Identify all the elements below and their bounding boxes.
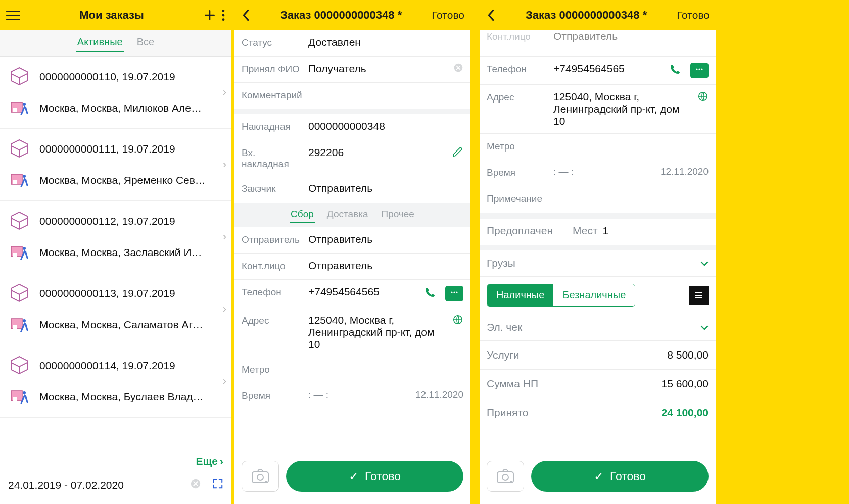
row-address: Адрес 125040, Москва г, Ленинградский пр… — [234, 308, 470, 357]
clear-icon[interactable] — [190, 478, 201, 492]
invoice-value: 0000000000348 — [308, 120, 463, 132]
overflow-icon[interactable] — [221, 9, 225, 22]
box-icon — [8, 210, 30, 232]
tabs-bar: Активные Все — [0, 30, 231, 57]
done-button[interactable]: ✓ Готово — [286, 461, 463, 492]
menu-icon[interactable] — [6, 11, 20, 20]
svg-point-37 — [502, 474, 508, 480]
order-address: Москва, Москва, Буслаев Владислав — [39, 391, 206, 403]
row-cargo[interactable]: Грузы — [480, 250, 716, 277]
order-number: 0000000000111, 19.07.2019 — [39, 143, 175, 155]
svg-rect-13 — [13, 325, 17, 329]
row-phone: Телефон +74954564565 — [480, 57, 716, 85]
phone-value[interactable]: +74954564565 — [308, 286, 419, 298]
globe-icon[interactable] — [697, 91, 709, 105]
time-date[interactable]: 12.11.2020 — [415, 389, 463, 400]
row-in-invoice: Вх. накладная 292206 — [234, 140, 470, 176]
header: Заказ 0000000000348 * Готово — [234, 0, 470, 30]
sms-icon[interactable] — [690, 63, 709, 78]
row-echeck[interactable]: Эл. чек — [480, 314, 716, 341]
row-metro: Метро — [234, 357, 470, 383]
edit-icon[interactable] — [452, 146, 463, 160]
back-icon[interactable] — [486, 9, 496, 21]
receipt-icon[interactable] — [689, 286, 709, 305]
order-item[interactable]: 0000000000111, 19.07.2019Москва, Москва,… — [0, 129, 231, 201]
prepaid-label[interactable]: Предоплачен — [487, 225, 568, 237]
order-address: Москва, Москва, Милюков Алексей — [39, 102, 206, 114]
more-link[interactable]: Еще › — [0, 450, 231, 472]
screen-order-detail-bottom: Заказ 0000000000348 * Готово Конт.лицо О… — [480, 0, 716, 504]
chevron-right-icon: › — [223, 230, 226, 243]
add-icon[interactable] — [203, 9, 216, 22]
box-icon — [8, 355, 30, 377]
places-label: Мест — [573, 225, 598, 237]
subtab-collect[interactable]: Сбор — [291, 209, 314, 223]
tab-active[interactable]: Активные — [77, 36, 123, 51]
row-customer: Закзчик Отправитель — [234, 176, 470, 203]
payment-cash[interactable]: Наличные — [487, 284, 553, 306]
svg-point-5 — [23, 103, 26, 106]
in-invoice-value[interactable]: 292206 — [308, 146, 447, 159]
screen-orders-list: Мои заказы Активные Все 0000000000110, 1… — [0, 0, 231, 504]
address-value[interactable]: 125040, Москва г, Ленинградский пр-кт, д… — [553, 91, 692, 127]
camera-button[interactable] — [242, 461, 279, 492]
svg-point-0 — [222, 10, 225, 12]
phone-label: Телефон — [242, 286, 303, 298]
svg-point-14 — [23, 319, 26, 322]
chevron-right-icon: › — [223, 86, 226, 99]
back-icon[interactable] — [241, 9, 251, 21]
order-number: 0000000000112, 19.07.2019 — [39, 215, 175, 227]
order-item[interactable]: 0000000000114, 19.07.2019Москва, Москва,… — [0, 345, 231, 418]
time-range[interactable]: : — : — [308, 389, 328, 400]
date-range[interactable]: 24.01.2019 - 07.02.2020 — [8, 479, 124, 491]
time-date[interactable]: 12.11.2020 — [661, 166, 709, 177]
order-item[interactable]: 0000000000113, 19.07.2019Москва, Москва,… — [0, 273, 231, 345]
fullscreen-icon[interactable] — [212, 478, 223, 492]
row-note: Примечание — [480, 186, 716, 213]
subtab-delivery[interactable]: Доставка — [327, 209, 368, 223]
clear-icon[interactable] — [453, 63, 463, 75]
row-time: Время : — : 12.11.2020 — [480, 160, 716, 186]
courier-icon — [8, 386, 30, 408]
phone-label: Телефон — [487, 63, 548, 75]
svg-rect-7 — [13, 180, 17, 184]
places-value[interactable]: 1 — [603, 225, 609, 237]
camera-button[interactable] — [487, 461, 524, 492]
courier-icon — [8, 169, 30, 191]
status-label: Статус — [242, 36, 303, 48]
services-value: 8 500,00 — [667, 349, 709, 361]
ready-button[interactable]: Готово — [677, 9, 710, 21]
chevron-down-icon — [700, 322, 709, 333]
svg-rect-4 — [13, 108, 17, 112]
time-range[interactable]: : — : — [553, 166, 574, 177]
phone-value[interactable]: +74954564565 — [553, 63, 664, 75]
address-label: Адрес — [487, 91, 548, 103]
order-item[interactable]: 0000000000112, 19.07.2019Москва, Москва,… — [0, 201, 231, 273]
svg-rect-16 — [13, 397, 17, 401]
row-metro: Метро — [480, 134, 716, 160]
row-address: Адрес 125040, Москва г, Ленинградский пр… — [480, 85, 716, 134]
done-button[interactable]: ✓ Готово — [531, 461, 709, 492]
call-icon[interactable] — [669, 63, 681, 78]
tab-all[interactable]: Все — [137, 36, 154, 51]
status-value[interactable]: Доставлен — [308, 36, 463, 48]
row-contact: Конт.лицо Отправитель — [234, 254, 470, 280]
ready-button[interactable]: Готово — [432, 9, 464, 21]
row-status: Статус Доставлен — [234, 30, 470, 57]
sender-label: Отправитель — [242, 233, 303, 245]
chevron-right-icon: › — [223, 158, 226, 171]
received-value[interactable]: Получатель — [308, 63, 448, 75]
payment-noncash[interactable]: Безналичные — [553, 284, 635, 306]
svg-point-8 — [23, 175, 26, 178]
call-icon[interactable] — [424, 286, 436, 301]
contact-value: Отправитель — [553, 30, 709, 42]
time-label: Время — [242, 389, 303, 401]
order-address: Москва, Москва, Заславский Измаил — [39, 246, 206, 259]
sms-icon[interactable] — [445, 286, 463, 301]
order-item[interactable]: 0000000000110, 19.07.2019Москва, Москва,… — [0, 57, 231, 129]
subtab-other[interactable]: Прочее — [381, 209, 414, 223]
globe-icon[interactable] — [452, 314, 463, 328]
cargo-label: Грузы — [487, 257, 515, 269]
courier-icon — [8, 97, 30, 119]
address-value[interactable]: 125040, Москва г, Ленинградский пр-кт, д… — [308, 314, 447, 350]
